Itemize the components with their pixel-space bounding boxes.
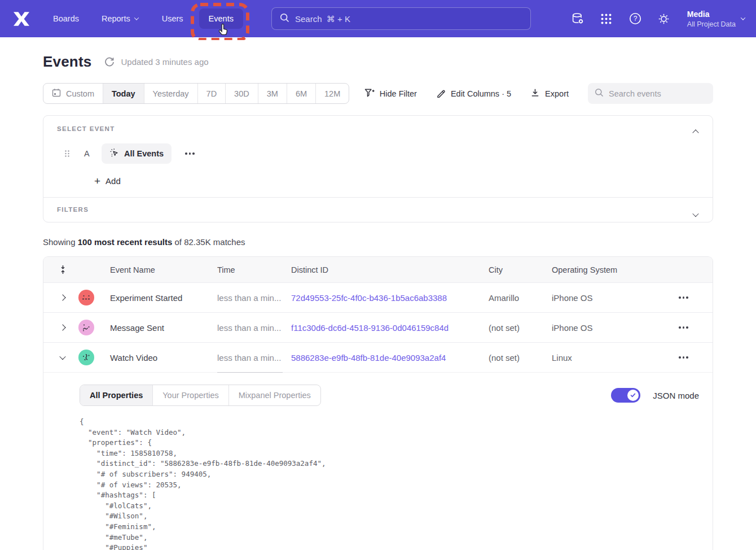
- nav-item-events[interactable]: Events: [199, 8, 243, 29]
- results-count: 100 most recent results: [78, 237, 173, 247]
- date-option-6m[interactable]: 6M: [287, 84, 315, 103]
- svg-text:?: ?: [633, 15, 637, 23]
- collapse-section-chevron[interactable]: [691, 125, 700, 139]
- tab-mixpanel-properties[interactable]: Mixpanel Properties: [228, 385, 320, 405]
- expand-filters-chevron[interactable]: [691, 207, 700, 221]
- mixpanel-logo-icon[interactable]: [14, 11, 30, 26]
- event-name-cell: Experiment Started: [110, 293, 217, 303]
- refresh-icon[interactable]: [104, 56, 115, 68]
- user-avatar[interactable]: [78, 320, 94, 335]
- select-event-label: SELECT EVENT: [57, 125, 699, 132]
- date-option-12m[interactable]: 12M: [315, 84, 349, 103]
- page-title: Events: [43, 53, 91, 71]
- column-header-time: Time: [217, 265, 291, 274]
- event-row-letter: A: [84, 149, 92, 158]
- filters-label: FILTERS: [57, 206, 699, 213]
- table-row[interactable]: Experiment Started less than a min... 72…: [43, 282, 713, 312]
- nav-item-reports[interactable]: Reports: [102, 14, 138, 23]
- chevron-down-icon: [134, 15, 138, 20]
- results-summary: Showing 100 most recent results of 82.35…: [43, 237, 713, 247]
- city-cell: (not set): [489, 353, 552, 363]
- help-icon[interactable]: ?: [628, 12, 642, 25]
- column-header-city: City: [489, 265, 552, 274]
- event-selector-button[interactable]: All Events: [102, 143, 172, 164]
- event-more-options-icon[interactable]: [182, 149, 198, 158]
- add-event-button[interactable]: + Add: [94, 176, 699, 186]
- project-switcher[interactable]: Media All Project Data: [687, 9, 745, 29]
- pencil-icon: [436, 88, 446, 99]
- tab-all-properties[interactable]: All Properties: [80, 385, 152, 405]
- drag-handle-icon[interactable]: [64, 150, 72, 158]
- settings-gear-icon[interactable]: [657, 12, 671, 25]
- os-cell: iPhone OS: [552, 293, 669, 303]
- distinct-id-link[interactable]: f11c30d6-dc6d-4518-9136-0d046159c84d: [291, 323, 489, 333]
- tab-your-properties[interactable]: Your Properties: [152, 385, 228, 405]
- project-name: Media: [687, 9, 736, 20]
- collapse-row-chevron[interactable]: [52, 355, 73, 360]
- plus-icon: +: [94, 177, 100, 185]
- edit-columns-button[interactable]: Edit Columns · 5: [436, 88, 511, 99]
- date-option-3m[interactable]: 3M: [258, 84, 287, 103]
- event-cursor-sparkle-icon: [109, 148, 119, 159]
- filter-funnel-icon: [364, 88, 375, 99]
- date-option-30d[interactable]: 30D: [225, 84, 258, 103]
- date-option-today[interactable]: Today: [103, 84, 144, 103]
- nav-item-users[interactable]: Users: [162, 14, 183, 23]
- project-scope: All Project Data: [687, 20, 736, 29]
- event-json-content: { "event": "Watch Video", "properties": …: [80, 417, 699, 550]
- column-header-event-name: Event Name: [110, 265, 217, 274]
- user-avatar[interactable]: [78, 350, 94, 365]
- time-cell: less than a min...: [217, 323, 291, 333]
- row-more-options-icon[interactable]: [675, 293, 713, 302]
- time-column-divider: [217, 372, 283, 373]
- export-button[interactable]: Export: [530, 88, 569, 99]
- properties-tabs: All Properties Your Properties Mixpanel …: [80, 385, 321, 406]
- global-search-input[interactable]: [295, 14, 522, 24]
- nav-item-boards[interactable]: Boards: [53, 14, 79, 23]
- expand-row-chevron[interactable]: [52, 295, 73, 300]
- event-name-cell: Watch Video: [110, 353, 217, 363]
- os-cell: iPhone OS: [552, 323, 669, 333]
- os-cell: Linux: [552, 353, 669, 363]
- top-navigation: Boards Reports Users Events: [0, 0, 756, 37]
- row-more-options-icon[interactable]: [675, 323, 713, 332]
- search-events-input[interactable]: [609, 89, 706, 98]
- expand-row-chevron[interactable]: [52, 325, 73, 330]
- column-header-distinct-id: Distinct ID: [291, 265, 489, 274]
- distinct-id-link[interactable]: 5886283e-e9fb-48fb-81de-40e9093a2af4: [291, 353, 489, 363]
- date-range-control: Custom Today Yesterday 7D 30D 3M 6M 12M: [43, 83, 349, 104]
- search-icon: [280, 13, 289, 25]
- filters-section[interactable]: FILTERS: [43, 198, 713, 222]
- event-row: A All Events: [57, 143, 699, 164]
- select-event-section: SELECT EVENT A: [43, 116, 713, 197]
- apps-grid-icon[interactable]: [600, 12, 613, 25]
- toggle-knob: [627, 390, 639, 401]
- search-events-box[interactable]: [588, 83, 713, 104]
- chevron-down-icon: [741, 15, 745, 20]
- last-updated-text: Updated 3 minutes ago: [121, 57, 208, 67]
- events-table: Event Name Time Distinct ID City Operati…: [43, 256, 713, 550]
- event-detail-panel: All Properties Your Properties Mixpanel …: [43, 372, 713, 550]
- json-mode-label: JSON mode: [653, 391, 699, 400]
- date-option-7d[interactable]: 7D: [197, 84, 226, 103]
- download-icon: [530, 88, 540, 99]
- distinct-id-link[interactable]: 72d49553-25fc-4f0c-b436-1b5ac6ab3388: [291, 293, 489, 303]
- city-cell: Amarillo: [489, 293, 552, 303]
- table-header-row: Event Name Time Distinct ID City Operati…: [43, 257, 713, 282]
- expand-collapse-all-icon[interactable]: [52, 265, 73, 274]
- city-cell: (not set): [489, 323, 552, 333]
- table-row[interactable]: Message Sent less than a min... f11c30d6…: [43, 312, 713, 342]
- global-search[interactable]: [271, 7, 531, 30]
- hide-filter-button[interactable]: Hide Filter: [364, 88, 417, 99]
- table-row-expanded[interactable]: Watch Video less than a min... 5886283e-…: [43, 342, 713, 372]
- date-option-custom[interactable]: Custom: [43, 84, 103, 103]
- query-builder-card: SELECT EVENT A: [43, 115, 713, 222]
- calendar-icon: [52, 88, 61, 99]
- event-name-cell: Message Sent: [110, 323, 217, 333]
- row-more-options-icon[interactable]: [675, 353, 713, 362]
- user-avatar[interactable]: [78, 290, 94, 305]
- date-option-yesterday[interactable]: Yesterday: [144, 84, 197, 103]
- time-cell: less than a min...: [217, 293, 291, 303]
- data-management-icon[interactable]: [571, 12, 584, 25]
- json-mode-toggle[interactable]: [611, 388, 640, 403]
